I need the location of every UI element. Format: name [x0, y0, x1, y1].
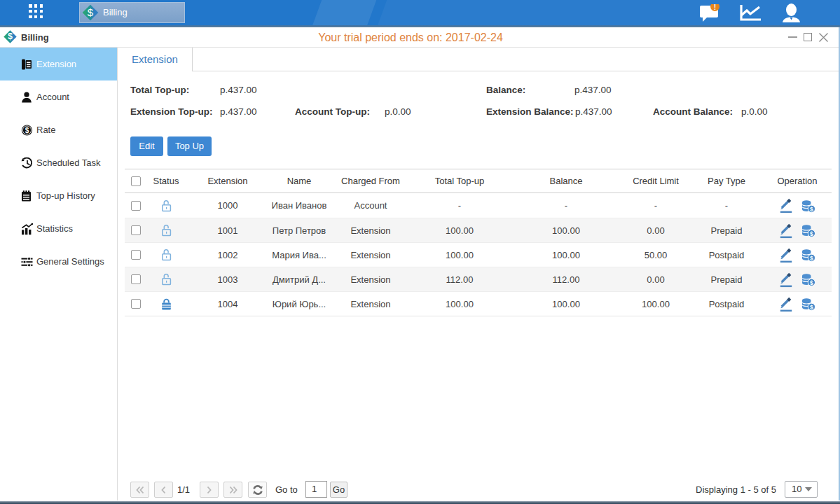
- svg-text:$: $: [810, 279, 813, 286]
- svg-text:$: $: [25, 126, 29, 134]
- svg-text:!: !: [714, 4, 716, 11]
- svg-text:$: $: [810, 304, 813, 311]
- svg-text:$: $: [810, 230, 813, 237]
- svg-text:$: $: [810, 255, 813, 262]
- svg-text:$: $: [810, 205, 813, 212]
